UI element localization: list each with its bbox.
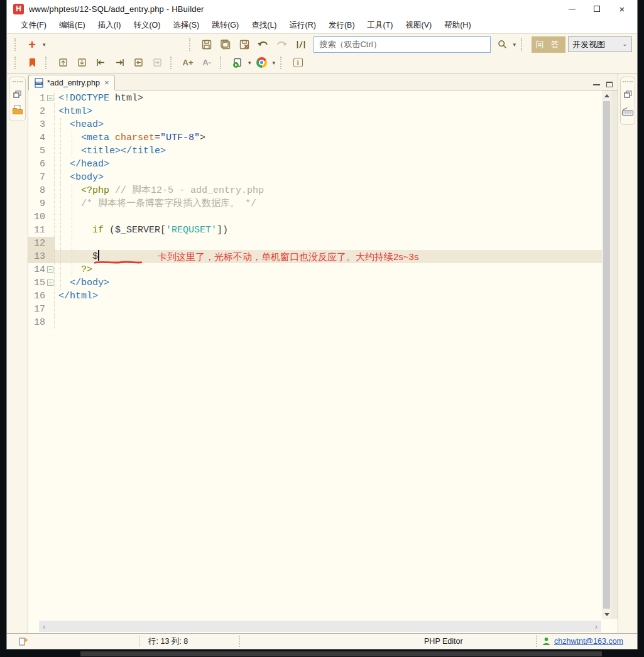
code-token: = xyxy=(155,133,160,143)
code-line[interactable]: 10 xyxy=(28,210,602,224)
code-line[interactable]: 12 xyxy=(28,237,602,250)
close-button[interactable]: × xyxy=(609,1,635,17)
code-line[interactable]: 1−<!DOCTYPE html> xyxy=(28,92,602,105)
code-line[interactable]: 15− </body> xyxy=(28,276,602,290)
code-line[interactable]: 11 if ($_SERVER['REQUSET']) xyxy=(28,224,602,237)
tab-add-entry[interactable]: PHP *add_entry.php × xyxy=(28,75,115,90)
menu-item[interactable]: 编辑(E) xyxy=(53,20,92,31)
jump-line-start-button[interactable] xyxy=(93,55,108,70)
import-bottom-button[interactable] xyxy=(74,55,89,70)
keyboard-panel-icon[interactable] xyxy=(621,102,635,121)
code-line[interactable]: 6 </head> xyxy=(28,158,602,171)
qa-button[interactable]: 问 答 xyxy=(532,36,565,53)
menu-item[interactable]: 查找(L) xyxy=(245,20,283,31)
toolbar: + ▾ xyxy=(7,33,637,73)
restore-panes-button[interactable] xyxy=(11,87,25,102)
tab-bar: PHP *add_entry.php × xyxy=(28,74,618,90)
info-button[interactable]: i xyxy=(290,55,305,70)
scrollbar-thumb[interactable] xyxy=(603,101,610,609)
code-token: ?> xyxy=(81,264,92,275)
undo-button[interactable] xyxy=(256,37,271,52)
font-increase-button[interactable]: A+ xyxy=(180,55,195,70)
code-editor[interactable]: 1−<!DOCTYPE html>2<html>3 <head>4 <meta … xyxy=(28,90,602,619)
indent-guide xyxy=(60,131,61,144)
horizontal-scrollbar[interactable]: ‹ › xyxy=(39,621,601,632)
title-bar: H www/phptest/12-SQL/add_entry.php - HBu… xyxy=(7,0,637,18)
menu-item[interactable]: 视图(V) xyxy=(400,20,439,31)
menu-item[interactable]: 运行(R) xyxy=(283,20,322,31)
compare-button[interactable] xyxy=(293,37,308,52)
code-line[interactable]: 14− ?> xyxy=(28,263,602,276)
jump-line-end-button[interactable] xyxy=(112,55,127,70)
menu-item[interactable]: 文件(F) xyxy=(14,20,53,31)
menu-item[interactable]: 跳转(G) xyxy=(205,20,245,31)
editor-pane: PHP *add_entry.php × 1−<!DOCTYPE html>2<… xyxy=(28,74,618,633)
menu-item[interactable]: 选择(S) xyxy=(167,20,206,31)
format-back-button[interactable] xyxy=(131,55,146,70)
vertical-scrollbar[interactable] xyxy=(602,90,611,619)
search-input[interactable] xyxy=(314,36,491,53)
code-token: <meta xyxy=(81,133,109,143)
browser-dropdown-icon[interactable]: ▾ xyxy=(273,60,276,66)
run-button[interactable] xyxy=(230,55,245,70)
bookmark-button[interactable] xyxy=(25,55,40,70)
scroll-down-icon[interactable] xyxy=(602,609,611,619)
project-explorer-icon[interactable] xyxy=(11,102,25,117)
freeze-annotation-text: 卡到这里了，光标不动，单机窗口也没反应了。大约持续2s~3s xyxy=(158,250,418,263)
new-file-button[interactable]: + xyxy=(25,37,40,52)
code-line[interactable]: 2<html> xyxy=(28,105,602,118)
scroll-left-icon[interactable]: ‹ xyxy=(43,622,45,631)
import-top-button[interactable] xyxy=(55,55,70,70)
quick-panel-icon[interactable] xyxy=(18,636,28,646)
line-number: 7 xyxy=(28,171,55,184)
code-token: <title></title> xyxy=(81,146,166,156)
menu-item[interactable]: 插入(I) xyxy=(92,20,128,31)
indent-guide xyxy=(60,276,61,290)
window-controls: × xyxy=(559,1,635,17)
code-line[interactable]: 3 <head> xyxy=(28,118,602,131)
view-mode-select[interactable]: 开发视图 ⌄ xyxy=(568,36,632,52)
tab-close-icon[interactable]: × xyxy=(104,79,109,87)
account-link[interactable]: chzhwtnt@163.com xyxy=(554,637,623,646)
search-icon[interactable] xyxy=(494,37,510,52)
code-line[interactable]: 16</html> xyxy=(28,290,602,303)
code-token xyxy=(58,185,81,196)
right-sidebar-panel xyxy=(620,77,635,125)
fold-marker-icon[interactable]: − xyxy=(47,95,53,101)
fold-marker-icon[interactable]: − xyxy=(47,280,53,286)
left-sidebar xyxy=(7,74,28,633)
save-button[interactable] xyxy=(199,37,214,52)
font-decrease-button[interactable]: A- xyxy=(199,55,214,70)
code-line[interactable]: 8 <?php // 脚本12-5 - add_entry.php xyxy=(28,184,602,197)
redo-button[interactable] xyxy=(275,37,290,52)
line-number: 8 xyxy=(28,184,55,197)
format-forward-button[interactable] xyxy=(150,55,165,70)
chrome-browser-icon[interactable] xyxy=(254,55,270,70)
code-line[interactable]: 17 xyxy=(28,303,602,316)
save-all-button[interactable] xyxy=(218,37,233,52)
run-dropdown-icon[interactable]: ▾ xyxy=(248,60,251,66)
code-line[interactable]: 9 /* 脚本将一条博客字段插入数据库。 */ xyxy=(28,197,602,210)
restore-panes-button-right[interactable] xyxy=(621,87,635,102)
maximize-button[interactable] xyxy=(584,1,609,17)
code-line[interactable]: 18 xyxy=(28,316,602,329)
menu-item[interactable]: 转义(O) xyxy=(127,20,166,31)
minimize-pane-icon[interactable] xyxy=(593,84,600,85)
fold-marker-icon[interactable]: − xyxy=(47,266,53,273)
new-file-dropdown-icon[interactable]: ▾ xyxy=(43,41,46,48)
scroll-right-icon[interactable]: › xyxy=(595,622,598,631)
minimize-button[interactable] xyxy=(559,1,584,17)
menu-item[interactable]: 工具(T) xyxy=(361,20,400,31)
code-line[interactable]: 7 <body> xyxy=(28,171,602,184)
save-close-button[interactable] xyxy=(237,37,252,52)
maximize-pane-icon[interactable] xyxy=(606,82,613,87)
code-line[interactable]: 5 <title></title> xyxy=(28,144,602,158)
code-line[interactable]: 4 <meta charset="UTF-8"> xyxy=(28,131,602,144)
search-dropdown-icon[interactable]: ▾ xyxy=(513,41,516,48)
scroll-up-icon[interactable] xyxy=(602,90,611,100)
indent-guide xyxy=(72,184,72,197)
menu-item[interactable]: 发行(B) xyxy=(322,20,361,31)
menu-item[interactable]: 帮助(H) xyxy=(438,20,477,31)
code-token xyxy=(109,185,115,196)
code-line[interactable]: 13 $卡到这里了，光标不动，单机窗口也没反应了。大约持续2s~3s xyxy=(28,250,602,263)
